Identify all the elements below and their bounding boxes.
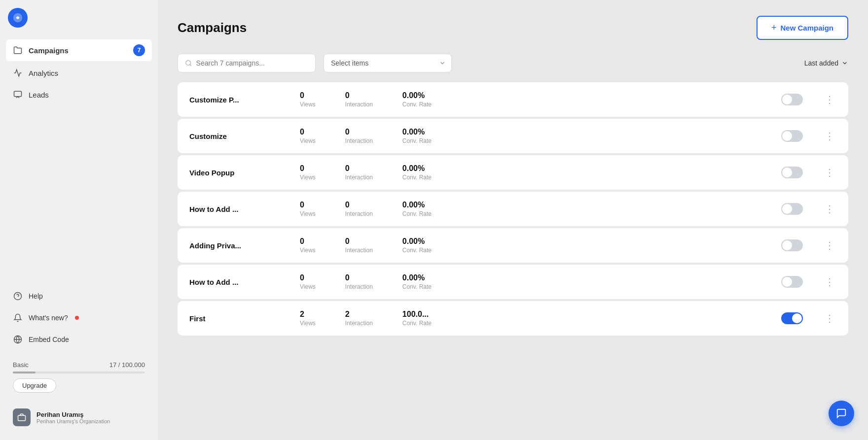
campaign-name: How to Add ... bbox=[189, 205, 288, 213]
interaction-label: Interaction bbox=[345, 137, 373, 144]
svg-line-8 bbox=[190, 65, 191, 66]
sidebar-item-embed-code[interactable]: Embed Code bbox=[6, 330, 152, 349]
conv-rate-label: Conv. Rate bbox=[402, 283, 432, 290]
more-options-button[interactable]: ⋮ bbox=[823, 203, 836, 215]
search-input[interactable] bbox=[196, 59, 308, 67]
conv-rate-stat: 0.00% Conv. Rate bbox=[402, 273, 432, 290]
interaction-stat: 0 Interaction bbox=[345, 91, 373, 108]
select-wrapper: Select items bbox=[324, 54, 452, 72]
search-box[interactable] bbox=[178, 54, 316, 72]
campaign-toggle[interactable] bbox=[781, 312, 803, 324]
interaction-value: 0 bbox=[345, 201, 350, 209]
whats-new-label: What's new? bbox=[29, 314, 68, 322]
campaign-name: Adding Priva... bbox=[189, 241, 288, 250]
campaign-name: First bbox=[189, 314, 288, 323]
campaign-toggle[interactable] bbox=[781, 94, 803, 105]
views-value: 0 bbox=[300, 91, 304, 100]
views-stat: 2 Views bbox=[300, 310, 316, 327]
campaign-name: Customize P... bbox=[189, 96, 288, 104]
sidebar-item-whats-new[interactable]: What's new? bbox=[6, 308, 152, 328]
plan-usage: 17 / 100.000 bbox=[109, 361, 145, 369]
sidebar-nav: Campaigns 7 Analytics Leads bbox=[6, 39, 152, 286]
conv-rate-stat: 0.00% Conv. Rate bbox=[402, 237, 432, 254]
user-name: Perihan Uramış bbox=[36, 411, 110, 418]
new-campaign-label: New Campaign bbox=[780, 24, 833, 32]
views-stat: 0 Views bbox=[300, 273, 316, 290]
search-icon bbox=[185, 59, 192, 67]
campaign-row: Customize P... 0 Views 0 Interaction 0.0… bbox=[178, 82, 848, 117]
interaction-label: Interaction bbox=[345, 283, 373, 290]
more-options-button[interactable]: ⋮ bbox=[823, 94, 836, 105]
conv-rate-stat: 0.00% Conv. Rate bbox=[402, 164, 432, 181]
bell-icon bbox=[13, 313, 23, 323]
select-items-dropdown[interactable]: Select items bbox=[324, 54, 452, 72]
conv-rate-label: Conv. Rate bbox=[402, 210, 432, 217]
campaign-toggle[interactable] bbox=[781, 239, 803, 251]
campaign-toggle[interactable] bbox=[781, 167, 803, 178]
plan-section: Basic 17 / 100.000 Upgrade bbox=[6, 355, 152, 399]
more-options-button[interactable]: ⋮ bbox=[823, 276, 836, 288]
sort-button[interactable]: Last added bbox=[804, 59, 848, 67]
toggle-knob bbox=[782, 95, 792, 104]
views-label: Views bbox=[300, 283, 316, 290]
sidebar-bottom: Help What's new? Embed Code Basic 17 / bbox=[6, 286, 152, 432]
notification-dot bbox=[75, 316, 79, 320]
views-value: 0 bbox=[300, 273, 304, 282]
conv-rate-value: 0.00% bbox=[402, 91, 425, 100]
campaign-toggle[interactable] bbox=[781, 203, 803, 215]
app-logo[interactable] bbox=[8, 8, 28, 28]
interaction-stat: 0 Interaction bbox=[345, 128, 373, 144]
campaign-stats: 0 Views 0 Interaction 0.00% Conv. Rate bbox=[300, 237, 769, 254]
toggle-wrap bbox=[781, 203, 803, 215]
views-value: 0 bbox=[300, 237, 304, 246]
more-options-button[interactable]: ⋮ bbox=[823, 167, 836, 178]
views-label: Views bbox=[300, 101, 316, 108]
conv-rate-label: Conv. Rate bbox=[402, 174, 432, 181]
conv-rate-label: Conv. Rate bbox=[402, 137, 432, 144]
chat-bubble[interactable] bbox=[829, 401, 854, 426]
conv-rate-stat: 0.00% Conv. Rate bbox=[402, 201, 432, 217]
main-header: Campaigns + New Campaign bbox=[178, 16, 848, 40]
toggle-wrap bbox=[781, 312, 803, 324]
toggle-wrap bbox=[781, 94, 803, 105]
plan-name: Basic bbox=[13, 361, 29, 369]
campaign-row: Adding Priva... 0 Views 0 Interaction 0.… bbox=[178, 228, 848, 263]
campaign-toggle[interactable] bbox=[781, 276, 803, 288]
avatar bbox=[13, 408, 31, 426]
svg-rect-1 bbox=[14, 91, 22, 97]
toolbar: Select items Last added bbox=[178, 54, 848, 72]
chevron-down-icon bbox=[841, 60, 848, 67]
sidebar-item-campaigns[interactable]: Campaigns 7 bbox=[6, 39, 152, 61]
sidebar-item-help[interactable]: Help bbox=[6, 286, 152, 306]
upgrade-button[interactable]: Upgrade bbox=[13, 378, 56, 393]
chat-icon bbox=[836, 408, 847, 419]
interaction-label: Interaction bbox=[345, 247, 373, 254]
interaction-value: 0 bbox=[345, 164, 350, 173]
campaign-stats: 0 Views 0 Interaction 0.00% Conv. Rate bbox=[300, 201, 769, 217]
svg-point-7 bbox=[186, 61, 191, 66]
more-options-button[interactable]: ⋮ bbox=[823, 312, 836, 324]
campaign-stats: 0 Views 0 Interaction 0.00% Conv. Rate bbox=[300, 91, 769, 108]
interaction-value: 0 bbox=[345, 91, 350, 100]
more-options-button[interactable]: ⋮ bbox=[823, 130, 836, 142]
toggle-knob bbox=[782, 277, 792, 287]
interaction-stat: 0 Interaction bbox=[345, 164, 373, 181]
views-stat: 0 Views bbox=[300, 164, 316, 181]
campaign-toggle[interactable] bbox=[781, 130, 803, 142]
campaign-stats: 2 Views 2 Interaction 100.0... Conv. Rat… bbox=[300, 310, 769, 327]
folder-icon bbox=[13, 45, 23, 55]
toggle-knob bbox=[792, 313, 802, 323]
monitor-icon bbox=[13, 90, 23, 100]
views-stat: 0 Views bbox=[300, 237, 316, 254]
views-value: 2 bbox=[300, 310, 304, 319]
plan-bar-background bbox=[13, 372, 145, 373]
campaign-list: Customize P... 0 Views 0 Interaction 0.0… bbox=[178, 82, 848, 336]
sidebar-item-analytics[interactable]: Analytics bbox=[6, 63, 152, 83]
more-options-button[interactable]: ⋮ bbox=[823, 239, 836, 251]
campaigns-label: Campaigns bbox=[29, 46, 69, 55]
toggle-wrap bbox=[781, 167, 803, 178]
views-stat: 0 Views bbox=[300, 201, 316, 217]
new-campaign-button[interactable]: + New Campaign bbox=[757, 16, 848, 40]
conv-rate-label: Conv. Rate bbox=[402, 320, 432, 327]
sidebar-item-leads[interactable]: Leads bbox=[6, 85, 152, 104]
